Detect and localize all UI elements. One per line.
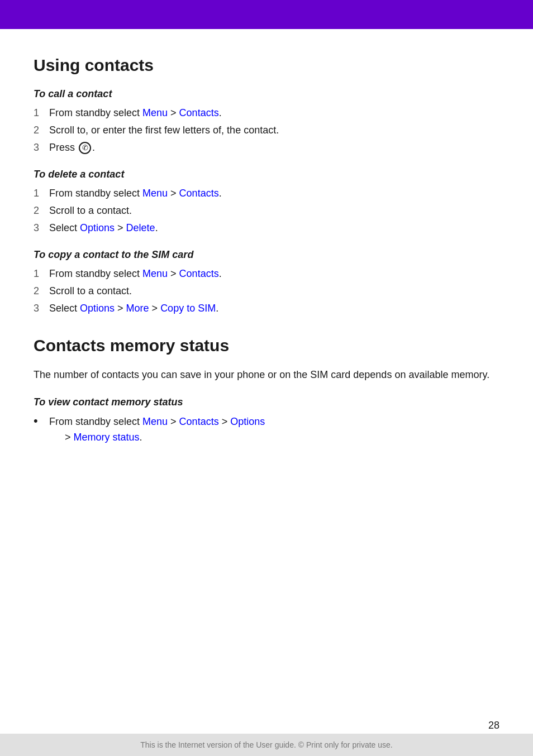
footer-bar: This is the Internet version of the User…: [0, 734, 533, 756]
step-text: Press ✆.: [49, 140, 499, 155]
menu-link: Menu: [142, 268, 168, 279]
contacts-link: Contacts: [179, 268, 219, 279]
top-bar: [0, 0, 533, 29]
step-text: From standby select Menu > Contacts.: [49, 266, 499, 281]
contacts-link: Contacts: [179, 416, 219, 427]
subsection-title-copy-sim: To copy a contact to the SIM card: [34, 249, 499, 261]
bullet-list-memory: • From standby select Menu > Contacts > …: [34, 414, 499, 446]
content-area: Using contacts To call a contact 1 From …: [0, 29, 533, 495]
step-number: 1: [34, 106, 49, 121]
delete-link: Delete: [126, 222, 155, 233]
step-item: 1 From standby select Menu > Contacts.: [34, 106, 499, 121]
step-text: Select Options > Delete.: [49, 221, 499, 236]
options-link: Options: [230, 416, 265, 427]
page-number: 28: [488, 720, 499, 731]
step-item: 2 Scroll to a contact.: [34, 284, 499, 299]
options-link: Options: [80, 303, 115, 314]
copy-to-sim-link: Copy to SIM: [160, 303, 216, 314]
subsection-title-view-memory: To view contact memory status: [34, 396, 499, 408]
step-text: Scroll to a contact.: [49, 203, 499, 218]
steps-copy-sim: 1 From standby select Menu > Contacts. 2…: [34, 266, 499, 316]
step-item: 3 Press ✆.: [34, 140, 499, 155]
menu-link: Menu: [142, 107, 168, 118]
step-number: 2: [34, 123, 49, 138]
step-text: Select Options > More > Copy to SIM.: [49, 301, 499, 316]
memory-status-link: Memory status: [74, 432, 140, 443]
step-number: 1: [34, 266, 49, 281]
step-item: 1 From standby select Menu > Contacts.: [34, 266, 499, 281]
step-item: 3 Select Options > Delete.: [34, 221, 499, 236]
memory-status-description: The number of contacts you can save in y…: [34, 367, 499, 383]
steps-delete-contact: 1 From standby select Menu > Contacts. 2…: [34, 186, 499, 236]
bullet-text: From standby select Menu > Contacts > Op…: [49, 414, 499, 446]
steps-call-contact: 1 From standby select Menu > Contacts. 2…: [34, 106, 499, 155]
step-number: 2: [34, 284, 49, 299]
contacts-link: Contacts: [179, 188, 219, 199]
step-number: 3: [34, 221, 49, 236]
step-item: 3 Select Options > More > Copy to SIM.: [34, 301, 499, 316]
step-item: 2 Scroll to, or enter the first few lett…: [34, 123, 499, 138]
subsection-title-delete-contact: To delete a contact: [34, 169, 499, 180]
step-item: 2 Scroll to a contact.: [34, 203, 499, 218]
call-icon: ✆: [79, 142, 91, 154]
step-text: From standby select Menu > Contacts.: [49, 186, 499, 201]
step-number: 2: [34, 203, 49, 218]
menu-link: Menu: [142, 188, 168, 199]
step-item: 1 From standby select Menu > Contacts.: [34, 186, 499, 201]
step-text: Scroll to, or enter the first few letter…: [49, 123, 499, 138]
more-link: More: [126, 303, 149, 314]
footer-text: This is the Internet version of the User…: [140, 740, 393, 749]
step-text: From standby select Menu > Contacts.: [49, 106, 499, 121]
menu-link: Menu: [142, 416, 168, 427]
bullet-dot-icon: •: [34, 414, 49, 427]
contacts-memory-status-section: Contacts memory status The number of con…: [34, 336, 499, 446]
step-number: 3: [34, 140, 49, 155]
bullet-item: • From standby select Menu > Contacts > …: [34, 414, 499, 446]
contacts-link: Contacts: [179, 107, 219, 118]
section-title-using-contacts: Using contacts: [34, 56, 499, 75]
step-number: 3: [34, 301, 49, 316]
subsection-title-call-contact: To call a contact: [34, 88, 499, 100]
options-link: Options: [80, 222, 115, 233]
step-text: Scroll to a contact.: [49, 284, 499, 299]
section-title-contacts-memory: Contacts memory status: [34, 336, 499, 355]
indent-continuation: > Memory status.: [49, 432, 142, 443]
step-number: 1: [34, 186, 49, 201]
